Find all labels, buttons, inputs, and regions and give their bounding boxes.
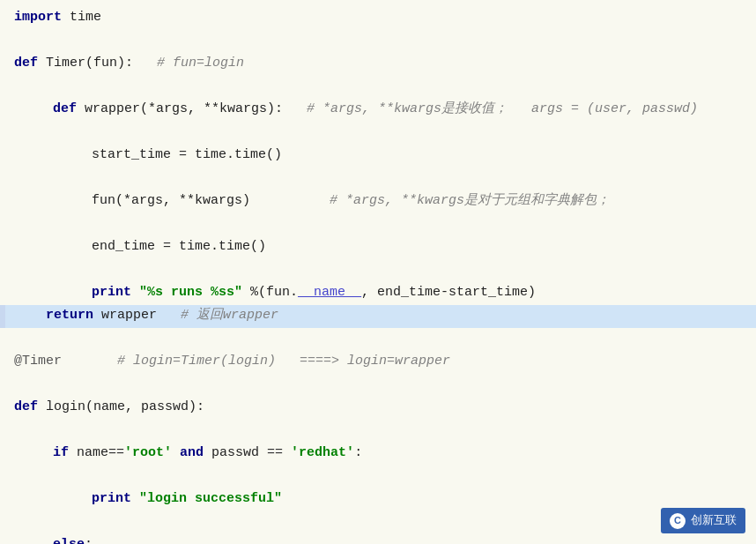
token: start_time = time.time()	[92, 147, 282, 162]
token: print	[92, 285, 131, 300]
code-lines: import time def Timer(fun): # fun=login …	[0, 7, 756, 544]
token: Timer(fun):	[38, 56, 157, 71]
code-line	[0, 122, 756, 145]
code-line: else:	[0, 534, 756, 544]
token: # *args, **kwargs是对于元组和字典解包；	[330, 193, 610, 208]
code-content: fun(*args, **kwargs) # *args, **kwargs是对…	[5, 190, 610, 212]
token: :	[85, 537, 93, 544]
code-line: def login(name, passwd):	[0, 397, 756, 420]
token: __name__	[298, 285, 361, 300]
code-content	[5, 30, 22, 51]
code-line	[0, 213, 756, 236]
token	[131, 285, 139, 300]
code-content: start_time = time.time()	[5, 145, 282, 166]
token: and	[180, 445, 204, 460]
token: 'redhat'	[291, 445, 354, 460]
code-content: print "%s runs %ss" %(fun.__name__, end_…	[5, 282, 536, 303]
code-content: import time	[5, 7, 101, 28]
token: # login=Timer(login) ====> login=wrapper	[117, 354, 450, 369]
code-line: print "login successful"	[0, 488, 756, 511]
code-line: end_time = time.time()	[0, 236, 756, 259]
code-line: @Timer # login=Timer(login) ====> login=…	[0, 351, 756, 374]
code-line	[0, 328, 756, 351]
code-content: return wrapper # 返回wrapper	[5, 305, 278, 326]
token: if	[53, 445, 69, 460]
code-line: print "%s runs %ss" %(fun.__name__, end_…	[0, 282, 756, 305]
code-content: if name=='root' and passwd == 'redhat':	[5, 443, 362, 464]
code-content	[5, 466, 22, 487]
token	[14, 308, 46, 323]
token: name==	[69, 445, 124, 460]
token: # 返回wrapper	[181, 308, 278, 323]
code-content	[5, 259, 22, 280]
code-content	[5, 122, 22, 143]
token: def	[14, 56, 38, 71]
token: time	[62, 10, 101, 25]
code-content: end_time = time.time()	[5, 236, 266, 257]
code-line	[0, 76, 756, 99]
code-content	[5, 511, 22, 533]
token: , end_time-start_time)	[361, 285, 536, 300]
code-line	[0, 374, 756, 397]
token: passwd ==	[204, 445, 291, 460]
token: fun(*args, **kwargs)	[92, 193, 330, 208]
code-content: def Timer(fun): # fun=login	[5, 53, 244, 74]
token: 'root'	[124, 445, 172, 460]
token: import	[14, 10, 62, 25]
token: wrapper	[93, 308, 181, 323]
token: # fun=login	[157, 56, 244, 71]
code-line: if name=='root' and passwd == 'redhat':	[0, 443, 756, 466]
code-line: import time	[0, 7, 756, 30]
token: login(name, passwd):	[38, 399, 204, 414]
code-container: import time def Timer(fun): # fun=login …	[0, 0, 756, 544]
token: return	[46, 308, 93, 323]
token	[172, 445, 180, 460]
code-content: @Timer # login=Timer(login) ====> login=…	[5, 351, 450, 372]
code-line: def wrapper(*args, **kwargs): # *args, *…	[0, 99, 756, 122]
code-content: def wrapper(*args, **kwargs): # *args, *…	[5, 99, 698, 120]
token: print	[92, 491, 131, 506]
token: else	[53, 537, 85, 544]
code-content	[5, 213, 22, 235]
code-content	[5, 168, 22, 189]
code-content	[5, 420, 22, 441]
watermark-icon: C	[670, 513, 686, 529]
code-line: def Timer(fun): # fun=login	[0, 53, 756, 76]
code-line: fun(*args, **kwargs) # *args, **kwargs是对…	[0, 190, 756, 213]
token: @Timer	[14, 354, 117, 369]
code-content	[5, 328, 22, 349]
code-line: start_time = time.time()	[0, 145, 756, 168]
token: def	[53, 101, 77, 116]
code-line	[0, 466, 756, 488]
code-line	[0, 259, 756, 282]
code-content	[5, 76, 22, 97]
token: wrapper(*args, **kwargs):	[77, 101, 307, 116]
token: def	[14, 399, 38, 414]
token: end_time = time.time()	[92, 239, 266, 254]
token: "login successful"	[139, 491, 282, 506]
token: # *args, **kwargs是接收值； args = (user, pas…	[307, 101, 698, 116]
watermark-text: 创新互联	[691, 511, 737, 530]
code-line	[0, 511, 756, 534]
code-line	[0, 420, 756, 443]
code-line	[0, 30, 756, 53]
code-content: else:	[5, 534, 93, 544]
token: :	[354, 445, 362, 460]
code-content: def login(name, passwd):	[5, 397, 204, 418]
token: %(fun.	[242, 285, 298, 300]
code-line: return wrapper # 返回wrapper	[0, 305, 756, 328]
code-content: print "login successful"	[5, 488, 282, 510]
token	[131, 491, 139, 506]
code-content	[5, 374, 22, 395]
watermark: C 创新互联	[661, 508, 745, 533]
code-line	[0, 168, 756, 190]
token: "%s runs %ss"	[139, 285, 242, 300]
